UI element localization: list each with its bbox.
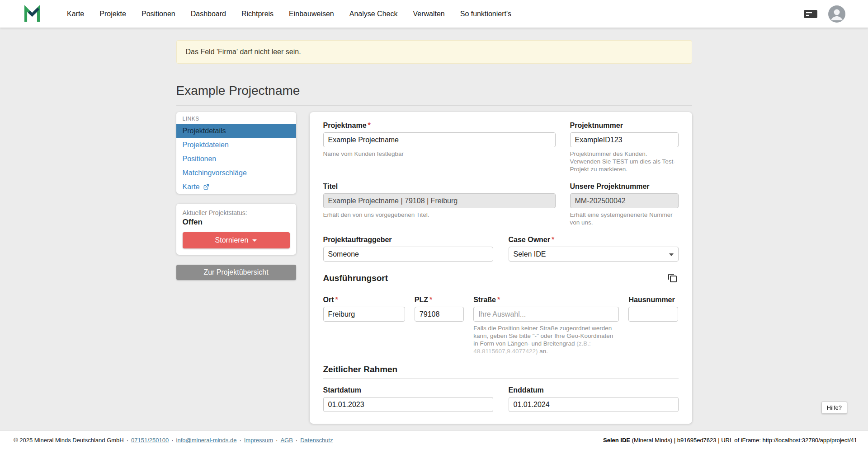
projektauftraggeber-field: Projektauftraggeber <box>323 235 493 262</box>
titel-label: Titel <box>323 182 556 191</box>
footer-link-datenschutz[interactable]: Datenschutz <box>300 437 333 444</box>
brand-logo-icon[interactable] <box>23 5 42 23</box>
titel-helper: Erhält den von uns vorgegebenen Titel. <box>323 211 556 219</box>
enddatum-field: Enddatum <box>509 386 679 412</box>
nav-item-positionen[interactable]: Positionen <box>142 10 175 18</box>
startdatum-label: Startdatum <box>323 386 493 394</box>
footer-separator: · <box>127 437 128 444</box>
startdatum-input[interactable] <box>323 397 493 412</box>
nav-item-projekte[interactable]: Projekte <box>99 10 126 18</box>
title-divider <box>176 105 692 106</box>
sidebar-item-label: Matchingvorschläge <box>183 169 247 177</box>
projektname-input[interactable] <box>323 132 556 147</box>
sidebar-links-card: LINKS Projektdetails Projektdateien Posi… <box>176 112 296 194</box>
footer-user-info: Selen IDE (Mineral Minds) | b91695ed7623… <box>603 437 857 444</box>
top-navbar: Karte Projekte Positionen Dashboard Rich… <box>0 0 868 28</box>
strasse-label: Straße* <box>473 295 619 304</box>
footer-separator: · <box>276 437 278 444</box>
case-owner-value: Selen IDE <box>514 250 546 258</box>
navbar-right <box>803 5 845 23</box>
user-avatar-icon <box>828 5 845 23</box>
hausnummer-label: Hausnummer <box>628 295 678 304</box>
required-asterisk: * <box>429 296 432 304</box>
required-asterisk: * <box>368 122 371 129</box>
user-menu-button[interactable] <box>828 5 845 23</box>
project-overview-button[interactable]: Zur Projektübersicht <box>176 265 296 280</box>
case-owner-select[interactable]: Selen IDE <box>509 247 679 262</box>
page-title: Example Projectname <box>176 84 692 98</box>
footer-separator: · <box>296 437 297 444</box>
unsere-projektnummer-field: Unsere Projektnummer Erhält eine systemg… <box>570 182 679 226</box>
titel-field: Titel Erhält den von uns vorgegebenen Ti… <box>323 182 556 226</box>
nav-item-verwalten[interactable]: Verwalten <box>413 10 444 18</box>
copy-icon <box>667 272 678 283</box>
footer-user-name: Selen IDE <box>603 437 630 444</box>
sidebar-item-matchingvorschlaege[interactable]: Matchingvorschläge <box>176 166 296 180</box>
projektnummer-label: Projektnummer <box>570 121 679 130</box>
chevron-down-icon <box>669 253 674 256</box>
sidebar-item-projektdateien[interactable]: Projektdateien <box>176 138 296 152</box>
enddatum-label: Enddatum <box>509 386 679 394</box>
case-owner-field: Case Owner* Selen IDE <box>509 235 679 262</box>
hausnummer-input[interactable] <box>628 307 678 322</box>
section-divider <box>323 378 679 379</box>
sidebar: LINKS Projektdetails Projektdateien Posi… <box>176 112 296 280</box>
status-label: Aktueller Projektstatus: <box>183 209 290 216</box>
caret-down-icon <box>252 239 257 242</box>
projektname-label: Projektname* <box>323 121 556 130</box>
required-asterisk: * <box>552 236 554 243</box>
footer-link-email[interactable]: info@mineral-minds.de <box>176 437 237 444</box>
plz-field: PLZ* <box>415 295 464 355</box>
sidebar-item-projektdetails[interactable]: Projektdetails <box>176 124 296 138</box>
footer-link-impressum[interactable]: Impressum <box>244 437 273 444</box>
plz-input[interactable] <box>415 307 464 322</box>
validation-alert: Das Feld 'Firma' darf nicht leer sein. <box>176 40 692 64</box>
main-nav: Karte Projekte Positionen Dashboard Rich… <box>67 10 511 18</box>
ort-field: Ort* <box>323 295 405 355</box>
stornieren-button[interactable]: Stornieren <box>183 232 290 248</box>
unsere-projektnummer-label: Unsere Projektnummer <box>570 182 679 191</box>
stornieren-label: Stornieren <box>215 236 249 244</box>
help-button[interactable]: Hilfe? <box>821 402 847 414</box>
footer-separator: · <box>239 437 241 444</box>
case-owner-label: Case Owner* <box>509 235 679 244</box>
nav-item-dashboard[interactable]: Dashboard <box>191 10 226 18</box>
server-icon-button[interactable] <box>803 8 818 20</box>
sidebar-item-label: Positionen <box>183 155 217 163</box>
footer-left: © 2025 Mineral Minds Deutschland GmbH · … <box>14 437 333 444</box>
projektname-field: Projektname* Name vom Kunden festlegbar <box>323 121 556 173</box>
required-asterisk: * <box>335 296 338 304</box>
footer-link-phone[interactable]: 07151/250100 <box>131 437 169 444</box>
enddatum-input[interactable] <box>509 397 679 412</box>
unsere-projektnummer-input <box>570 193 679 208</box>
sidebar-item-karte[interactable]: Karte <box>176 180 296 194</box>
project-details-form: Projektname* Name vom Kunden festlegbar … <box>310 112 692 424</box>
titel-input <box>323 193 556 208</box>
nav-item-analyse-check[interactable]: Analyse Check <box>349 10 398 18</box>
section-heading-zeitlicher-rahmen: Zeitlicher Rahmen <box>323 364 398 374</box>
nav-item-so-funktionierts[interactable]: So funktioniert's <box>460 10 511 18</box>
section-divider <box>323 288 679 288</box>
projektnummer-input[interactable] <box>570 132 679 147</box>
projektnummer-field: Projektnummer Projektnummer des Kunden. … <box>570 121 679 173</box>
copy-button[interactable] <box>666 271 679 284</box>
footer-link-agb[interactable]: AGB <box>280 437 292 444</box>
sidebar-item-positionen[interactable]: Positionen <box>176 152 296 166</box>
page-content: Das Feld 'Firma' darf nicht leer sein. E… <box>176 40 692 424</box>
nav-item-richtpreis[interactable]: Richtpreis <box>241 10 274 18</box>
projektnummer-helper: Projektnummer des Kunden. Verwenden Sie … <box>570 150 679 173</box>
ort-label: Ort* <box>323 295 405 304</box>
footer: © 2025 Mineral Minds Deutschland GmbH · … <box>0 430 868 449</box>
projektname-helper: Name vom Kunden festlegbar <box>323 150 556 158</box>
sidebar-item-label: Projektdetails <box>183 127 226 135</box>
footer-separator: · <box>171 437 173 444</box>
strasse-input[interactable] <box>473 307 619 322</box>
footer-session-info: (Mineral Minds) | b91695ed7623 | URL of … <box>630 437 857 444</box>
sidebar-item-label: Karte <box>183 183 200 191</box>
unsere-projektnummer-helper: Erhält eine systemgenerierte Nummer von … <box>570 211 679 226</box>
external-link-icon <box>203 184 209 190</box>
projektauftraggeber-input[interactable] <box>323 247 493 262</box>
nav-item-einbauweisen[interactable]: Einbauweisen <box>289 10 334 18</box>
nav-item-karte[interactable]: Karte <box>67 10 84 18</box>
ort-input[interactable] <box>323 307 405 322</box>
